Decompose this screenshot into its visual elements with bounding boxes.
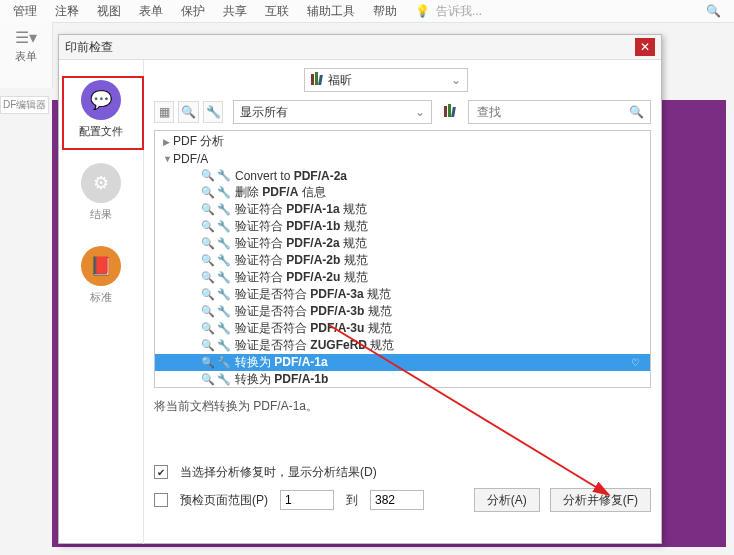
sidebar-item-label: 配置文件	[79, 124, 123, 139]
tree-row[interactable]: 🔍🔧验证是否符合 PDF/A-3b 规范	[155, 303, 650, 320]
wrench-icon: 🔧	[217, 373, 231, 386]
tree-row[interactable]: 🔍🔧验证符合 PDF/A-2a 规范	[155, 235, 650, 252]
ribbon-tab[interactable]: 注释	[55, 3, 79, 20]
ribbon-tab[interactable]: 管理	[13, 3, 37, 20]
tree-row[interactable]: ▼PDF/A	[155, 150, 650, 167]
ribbon-tab[interactable]: 帮助	[373, 3, 397, 20]
tree-row[interactable]: 🔍🔧验证是否符合 PDF/A-3u 规范	[155, 320, 650, 337]
magnifier-icon: 🔍	[201, 254, 215, 267]
ribbon: 管理 注释 视图 表单 保护 共享 互联 辅助工具 帮助 💡 告诉我... 🔍	[0, 0, 734, 23]
magnifier-icon: 🔍	[201, 169, 215, 182]
wrench-icon: 🔧	[217, 237, 231, 250]
to-label: 到	[346, 492, 358, 509]
wrench-icon: 🔧	[217, 169, 231, 182]
ribbon-tab[interactable]: 共享	[223, 3, 247, 20]
magnifier-icon: 🔍	[201, 237, 215, 250]
wrench-icon: 🔧	[217, 220, 231, 233]
sidebar-item-label: 结果	[90, 207, 112, 222]
analyze-fix-button[interactable]: 分析并修复(F)	[550, 488, 651, 512]
sidebar-item-result[interactable]: ⚙ 结果	[81, 163, 121, 222]
profile-description: 将当前文档转换为 PDF/A-1a。	[154, 398, 651, 415]
search-input[interactable]	[475, 104, 629, 120]
opt-label: 当选择分析修复时，显示分析结果(D)	[180, 464, 377, 481]
form-icon[interactable]: ☰▾	[15, 28, 37, 47]
magnifier-icon: 🔍	[201, 339, 215, 352]
page-to-input[interactable]	[370, 490, 424, 510]
tree-row[interactable]: 🔍🔧验证符合 PDF/A-1a 规范	[155, 201, 650, 218]
books-icon[interactable]	[440, 104, 460, 120]
book-icon: 📕	[81, 246, 121, 286]
magnifier-icon: 🔍	[201, 373, 215, 386]
gears-icon: ⚙	[81, 163, 121, 203]
wrench-icon: 🔧	[217, 203, 231, 216]
check-icon[interactable]: 🔍	[178, 101, 198, 123]
tree-row[interactable]: 🔍🔧验证符合 PDF/A-1b 规范	[155, 218, 650, 235]
favorite-icon: ♡	[631, 357, 640, 368]
close-icon[interactable]: ✕	[635, 38, 655, 56]
search-box[interactable]: 🔍	[468, 100, 651, 124]
library-value: 福昕	[328, 72, 352, 89]
wrench-icon: 🔧	[217, 186, 231, 199]
options: ✔ 当选择分析修复时，显示分析结果(D) 预检页面范围(P) 到 分析(A) 分…	[154, 461, 651, 511]
search-icon[interactable]: 🔍	[629, 105, 644, 119]
profile-tree[interactable]: ▶PDF 分析▼PDF/A🔍🔧Convert to PDF/A-2a🔍🔧删除 P…	[154, 130, 651, 388]
magnifier-icon: 🔍	[201, 322, 215, 335]
preflight-dialog: 印前检查 ✕ 💬 配置文件 ⚙ 结果 📕 标准 福昕 ⌄	[58, 34, 662, 544]
tree-row[interactable]: 🔍🔧验证是否符合 PDF/A-3a 规范	[155, 286, 650, 303]
filter-value: 显示所有	[240, 104, 288, 121]
opt-label: 预检页面范围(P)	[180, 492, 268, 509]
sidebar-item-standard[interactable]: 📕 标准	[81, 246, 121, 305]
library-select[interactable]: 福昕 ⌄	[304, 68, 468, 92]
dialog-title: 印前检查	[65, 39, 113, 56]
ribbon-tab[interactable]: 表单	[139, 3, 163, 20]
chat-bubble-icon: 💬	[81, 80, 121, 120]
sidebar-item-config[interactable]: 💬 配置文件	[79, 80, 123, 139]
ribbon-tab[interactable]: 互联	[265, 3, 289, 20]
chevron-down-icon: ⌄	[451, 73, 461, 87]
tree-row[interactable]: 🔍🔧转换为 PDF/A-1b	[155, 371, 650, 388]
magnifier-icon: 🔍	[201, 220, 215, 233]
tree-row[interactable]: 🔍🔧验证是否符合 ZUGFeRD 规范	[155, 337, 650, 354]
form-label: 表单	[15, 49, 37, 64]
ribbon-tab[interactable]: 视图	[97, 3, 121, 20]
magnifier-icon: 🔍	[201, 305, 215, 318]
page-from-input[interactable]	[280, 490, 334, 510]
collapse-arrow-icon[interactable]: ▼	[163, 154, 173, 164]
search-icon[interactable]: 🔍	[706, 4, 721, 18]
wrench-icon: 🔧	[217, 339, 231, 352]
profiles-icon[interactable]: ▦	[154, 101, 174, 123]
tree-row[interactable]: 🔍🔧Convert to PDF/A-2a	[155, 167, 650, 184]
tree-row[interactable]: 🔍🔧验证符合 PDF/A-2b 规范	[155, 252, 650, 269]
analyze-button[interactable]: 分析(A)	[474, 488, 540, 512]
magnifier-icon: 🔍	[201, 271, 215, 284]
fixups-icon[interactable]: 🔧	[203, 101, 223, 123]
ribbon-tab[interactable]: 辅助工具	[307, 3, 355, 20]
tree-row[interactable]: 🔍🔧验证符合 PDF/A-2u 规范	[155, 269, 650, 286]
checkbox-page-range[interactable]	[154, 493, 168, 507]
wrench-icon: 🔧	[217, 305, 231, 318]
wrench-icon: 🔧	[217, 322, 231, 335]
checkbox-show-results[interactable]: ✔	[154, 465, 168, 479]
wrench-icon: 🔧	[217, 356, 231, 369]
wrench-icon: 🔧	[217, 271, 231, 284]
ribbon-group-forms: ☰▾ 表单	[0, 22, 53, 88]
ribbon-tab[interactable]: 保护	[181, 3, 205, 20]
dialog-sidebar: 💬 配置文件 ⚙ 结果 📕 标准	[59, 60, 144, 544]
editor-tab[interactable]: DF编辑器	[0, 96, 49, 114]
magnifier-icon: 🔍	[201, 356, 215, 369]
expand-arrow-icon[interactable]: ▶	[163, 137, 173, 147]
lightbulb-icon: 💡	[415, 4, 430, 18]
books-icon	[311, 72, 322, 88]
wrench-icon: 🔧	[217, 288, 231, 301]
filter-select[interactable]: 显示所有 ⌄	[233, 100, 431, 124]
dialog-titlebar: 印前检查 ✕	[59, 35, 661, 60]
tree-row[interactable]: 🔍🔧转换为 PDF/A-1a♡	[155, 354, 650, 371]
magnifier-icon: 🔍	[201, 288, 215, 301]
dialog-main: 福昕 ⌄ ▦ 🔍 🔧 显示所有 ⌄ 🔍 ▶PDF 分析▼PD	[144, 60, 661, 544]
toolbar: ▦ 🔍 🔧 显示所有 ⌄ 🔍	[154, 100, 651, 124]
magnifier-icon: 🔍	[201, 203, 215, 216]
tell-me-hint[interactable]: 告诉我...	[436, 3, 482, 20]
tree-row[interactable]: 🔍🔧删除 PDF/A 信息	[155, 184, 650, 201]
tree-row[interactable]: ▶PDF 分析	[155, 133, 650, 150]
sidebar-item-label: 标准	[90, 290, 112, 305]
